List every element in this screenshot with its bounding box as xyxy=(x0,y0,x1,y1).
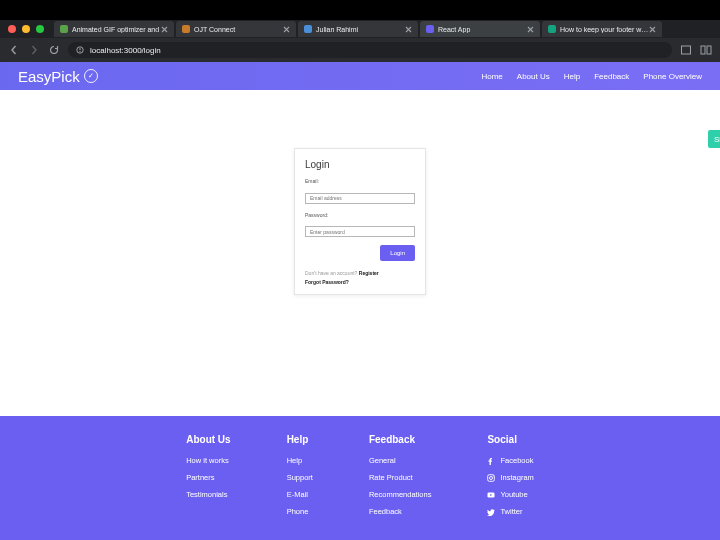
close-icon[interactable] xyxy=(161,26,168,33)
footer-heading: Help xyxy=(287,434,313,445)
close-window-button[interactable] xyxy=(8,25,16,33)
footer-link[interactable]: Phone xyxy=(287,507,313,516)
maximize-window-button[interactable] xyxy=(36,25,44,33)
password-label: Password: xyxy=(305,212,415,218)
nav-link[interactable]: Phone Overview xyxy=(643,72,702,81)
svg-point-7 xyxy=(490,476,493,479)
tab-label: Animated GIF optimizer and xyxy=(72,26,161,33)
forgot-password-link[interactable]: Forgot Password? xyxy=(305,279,349,285)
footer-link[interactable]: Rate Product xyxy=(369,473,432,482)
footer-column: FeedbackGeneralRate ProductRecommendatio… xyxy=(369,434,432,540)
tab-favicon xyxy=(60,25,68,33)
svg-rect-5 xyxy=(707,46,711,54)
extension-icon[interactable] xyxy=(680,44,692,56)
email-field[interactable] xyxy=(305,193,415,204)
close-icon[interactable] xyxy=(283,26,290,33)
social-link[interactable]: Instagram xyxy=(487,473,533,482)
facebook-icon xyxy=(487,457,495,465)
browser-tab[interactable]: Animated GIF optimizer and xyxy=(54,21,174,37)
browser-tab[interactable]: Julian Rahimi xyxy=(298,21,418,37)
brand-text: EasyPick xyxy=(18,68,80,85)
signup-button[interactable]: Si xyxy=(708,130,720,148)
not-secure-icon xyxy=(76,46,84,54)
close-icon[interactable] xyxy=(405,26,412,33)
footer-heading: Feedback xyxy=(369,434,432,445)
nav-link[interactable]: Help xyxy=(564,72,580,81)
footer-heading: Social xyxy=(487,434,533,445)
email-label: Email: xyxy=(305,178,415,184)
app-header: EasyPick ✓ HomeAbout UsHelpFeedbackPhone… xyxy=(0,62,720,90)
close-icon[interactable] xyxy=(527,26,534,33)
svg-rect-4 xyxy=(701,46,705,54)
tab-favicon xyxy=(182,25,190,33)
tab-label: Julian Rahimi xyxy=(316,26,405,33)
social-link[interactable]: Twitter xyxy=(487,507,533,516)
login-card: Login Email: Password: Login Don't have … xyxy=(294,148,426,295)
tab-favicon xyxy=(304,25,312,33)
social-link[interactable]: Youtube xyxy=(487,490,533,499)
footer-link[interactable]: Testimonials xyxy=(186,490,230,499)
primary-nav: HomeAbout UsHelpFeedbackPhone Overview xyxy=(481,72,702,81)
instagram-icon xyxy=(487,474,495,482)
browser-tabstrip: Animated GIF optimizer and OJT Connect J… xyxy=(0,20,720,38)
window-traffic-lights xyxy=(8,25,44,33)
register-prompt: Don't have an account? xyxy=(305,270,357,276)
browser-toolbar: localhost:3000/login xyxy=(0,38,720,62)
footer-link[interactable]: E-Mail xyxy=(287,490,313,499)
extension-icon-2[interactable] xyxy=(700,44,712,56)
login-button[interactable]: Login xyxy=(380,245,415,261)
nav-link[interactable]: Home xyxy=(481,72,502,81)
footer-link[interactable]: Support xyxy=(287,473,313,482)
forward-button[interactable] xyxy=(28,44,40,56)
reload-button[interactable] xyxy=(48,44,60,56)
svg-point-8 xyxy=(493,475,494,476)
os-titlebar xyxy=(0,0,720,20)
tab-label: React App xyxy=(438,26,527,33)
svg-rect-1 xyxy=(80,48,81,50)
footer-column: HelpHelpSupportE-MailPhone xyxy=(287,434,313,540)
browser-tab[interactable]: React App xyxy=(420,21,540,37)
brand-badge-icon: ✓ xyxy=(84,69,98,83)
footer-link[interactable]: Feedback xyxy=(369,507,432,516)
social-link[interactable]: Facebook xyxy=(487,456,533,465)
password-field[interactable] xyxy=(305,226,415,237)
main-area: Login Email: Password: Login Don't have … xyxy=(0,90,720,416)
browser-tab[interactable]: How to keep your footer whe xyxy=(542,21,662,37)
footer-column-social: SocialFacebookInstagramYoutubeTwitter xyxy=(487,434,533,540)
footer-link[interactable]: Help xyxy=(287,456,313,465)
card-meta: Don't have an account? Register Forgot P… xyxy=(305,269,415,286)
register-link[interactable]: Register xyxy=(359,270,379,276)
back-button[interactable] xyxy=(8,44,20,56)
footer-heading: About Us xyxy=(186,434,230,445)
social-label: Youtube xyxy=(500,490,527,499)
tab-favicon xyxy=(426,25,434,33)
brand-logo[interactable]: EasyPick ✓ xyxy=(18,68,98,85)
url-bar[interactable]: localhost:3000/login xyxy=(68,42,672,58)
footer-column: About UsHow it worksPartnersTestimonials xyxy=(186,434,230,540)
tab-label: OJT Connect xyxy=(194,26,283,33)
tab-label: How to keep your footer whe xyxy=(560,26,649,33)
nav-link[interactable]: Feedback xyxy=(594,72,629,81)
svg-rect-3 xyxy=(682,46,691,54)
nav-link[interactable]: About Us xyxy=(517,72,550,81)
twitter-icon xyxy=(487,508,495,516)
social-label: Twitter xyxy=(500,507,522,516)
footer: About UsHow it worksPartnersTestimonials… xyxy=(0,416,720,540)
minimize-window-button[interactable] xyxy=(22,25,30,33)
close-icon[interactable] xyxy=(649,26,656,33)
browser-tab[interactable]: OJT Connect xyxy=(176,21,296,37)
url-text: localhost:3000/login xyxy=(90,46,161,55)
tab-favicon xyxy=(548,25,556,33)
social-label: Instagram xyxy=(500,473,533,482)
footer-link[interactable]: Partners xyxy=(186,473,230,482)
footer-link[interactable]: How it works xyxy=(186,456,230,465)
footer-link[interactable]: Recommendations xyxy=(369,490,432,499)
svg-rect-2 xyxy=(80,51,81,52)
youtube-icon xyxy=(487,491,495,499)
footer-link[interactable]: General xyxy=(369,456,432,465)
login-title: Login xyxy=(305,159,415,170)
page-viewport: EasyPick ✓ HomeAbout UsHelpFeedbackPhone… xyxy=(0,62,720,540)
social-label: Facebook xyxy=(500,456,533,465)
